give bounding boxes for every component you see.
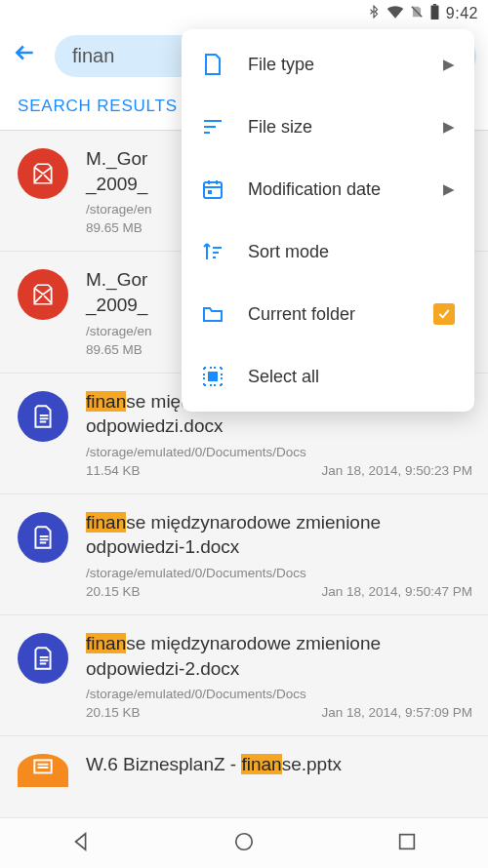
file-date: Jan 18, 2014, 9:50:23 PM (321, 463, 472, 478)
doc-icon (18, 391, 68, 442)
doc-icon (18, 512, 68, 563)
svg-rect-5 (208, 190, 212, 194)
file-path: /storage/emulated/0/Documents/Docs (86, 445, 472, 459)
menu-item-file-type[interactable]: File type ▶ (182, 33, 474, 96)
svg-rect-1 (430, 6, 438, 20)
file-name: finanse międzynarodowe zmienione odpowie… (86, 631, 472, 681)
menu-label: Select all (248, 367, 455, 387)
file-type-icon (201, 53, 224, 76)
file-date: Jan 18, 2014, 9:50:47 PM (321, 584, 472, 599)
file-info: finanse międzynarodowe zmienione odpowie… (86, 510, 472, 599)
menu-item-current-folder[interactable]: Current folder (182, 283, 474, 345)
nav-recent-icon[interactable] (396, 831, 418, 856)
tab-label: SEARCH RESULTS (18, 97, 178, 115)
file-info: finanse międzynarodowe zmienione odpowie… (86, 631, 472, 720)
no-sim-icon (410, 4, 424, 23)
battery-icon (429, 4, 440, 23)
wifi-icon (386, 5, 404, 22)
filter-menu: File type ▶ File size ▶ Modification dat… (182, 29, 474, 412)
file-info: W.6 BiznesplanZ - finanse.pptx (86, 752, 472, 787)
file-size: 89.65 MB (86, 220, 142, 235)
menu-label: Modification date (248, 179, 420, 200)
file-path: /storage/emulated/0/Documents/Docs (86, 687, 472, 701)
file-path: /storage/emulated/0/Documents/Docs (86, 566, 472, 580)
file-size: 20.15 KB (86, 705, 141, 720)
sort-icon (201, 240, 224, 263)
file-meta: 20.15 KB Jan 18, 2014, 9:50:47 PM (86, 584, 472, 599)
menu-item-select-all[interactable]: Select all (182, 345, 474, 408)
system-nav-bar (0, 817, 488, 868)
menu-label: File size (248, 117, 420, 138)
svg-rect-6 (208, 372, 218, 381)
file-row[interactable]: finanse międzynarodowe zmienione odpowie… (0, 494, 488, 615)
file-size: 11.54 KB (86, 463, 141, 478)
clock: 9:42 (446, 5, 478, 22)
back-arrow-icon[interactable] (12, 40, 37, 72)
svg-rect-2 (433, 4, 436, 6)
chevron-right-icon: ▶ (443, 56, 455, 73)
file-size-icon (201, 115, 224, 138)
checkbox-checked-icon[interactable] (433, 303, 455, 325)
pdf-icon (18, 269, 68, 320)
file-date: Jan 18, 2014, 9:57:09 PM (321, 705, 472, 720)
nav-back-icon[interactable] (70, 831, 92, 856)
file-size: 20.15 KB (86, 584, 141, 599)
menu-item-file-size[interactable]: File size ▶ (182, 96, 474, 158)
svg-rect-8 (399, 834, 414, 848)
svg-rect-3 (34, 761, 51, 773)
menu-label: Sort mode (248, 242, 455, 262)
pdf-icon (18, 148, 68, 199)
file-name: W.6 BiznesplanZ - finanse.pptx (86, 752, 472, 777)
doc-icon (18, 633, 68, 684)
pptx-icon (18, 754, 68, 787)
file-row[interactable]: W.6 BiznesplanZ - finanse.pptx (0, 736, 488, 791)
nav-home-icon[interactable] (233, 831, 255, 856)
menu-label: File type (248, 55, 420, 75)
chevron-right-icon: ▶ (443, 180, 455, 198)
menu-item-modification-date[interactable]: Modification date ▶ (182, 158, 474, 220)
file-name: finanse międzynarodowe zmienione odpowie… (86, 510, 472, 560)
bluetooth-icon (367, 5, 381, 22)
file-meta: 11.54 KB Jan 18, 2014, 9:50:23 PM (86, 463, 472, 478)
svg-rect-4 (204, 182, 222, 198)
select-all-icon (201, 365, 224, 388)
menu-item-sort-mode[interactable]: Sort mode (182, 220, 474, 283)
folder-icon (201, 302, 224, 326)
file-size: 89.65 MB (86, 342, 142, 357)
status-bar: 9:42 (0, 0, 488, 27)
chevron-right-icon: ▶ (443, 118, 455, 136)
menu-label: Current folder (248, 304, 410, 325)
svg-point-7 (236, 833, 253, 849)
calendar-icon (201, 178, 224, 201)
file-meta: 20.15 KB Jan 18, 2014, 9:57:09 PM (86, 705, 472, 720)
file-row[interactable]: finanse międzynarodowe zmienione odpowie… (0, 615, 488, 736)
